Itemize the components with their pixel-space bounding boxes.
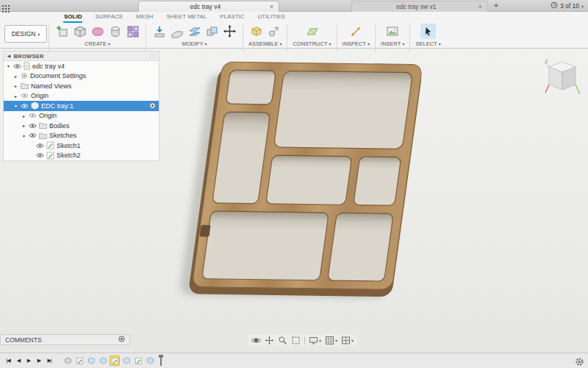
disclosure-open-icon[interactable]: ▾: [21, 133, 26, 138]
browser-header[interactable]: ◀ BROWSER ⋮⋮: [4, 52, 159, 61]
disclosure-closed-icon[interactable]: ▸: [21, 123, 26, 128]
shell-button[interactable]: [187, 24, 202, 39]
timeline-feature-icon[interactable]: [62, 355, 73, 366]
timeline-feature-icon[interactable]: [86, 355, 96, 366]
close-icon[interactable]: ×: [477, 3, 484, 10]
disclosure-open-icon[interactable]: ▾: [6, 63, 11, 68]
edc-tray-model[interactable]: [179, 62, 423, 298]
visibility-eye-icon[interactable]: [29, 132, 37, 138]
insert-dropdown[interactable]: INSERT▾: [381, 40, 404, 47]
construct-dropdown[interactable]: CONSTRUCT▾: [293, 40, 331, 47]
pattern-tool-button[interactable]: [125, 24, 140, 39]
assemble-component-button[interactable]: [248, 24, 264, 39]
document-tab-inactive[interactable]: edc tray sw v1 ×: [351, 1, 488, 12]
pan-icon[interactable]: [265, 336, 274, 345]
measure-button[interactable]: [348, 24, 364, 39]
navigation-bar: ▾ ▾ ▾: [248, 334, 357, 346]
inspect-dropdown[interactable]: INSPECT▾: [343, 40, 370, 47]
visibility-eye-icon[interactable]: [13, 63, 21, 69]
display-settings-dropdown[interactable]: ▾: [309, 336, 321, 345]
disclosure-closed-icon[interactable]: ▸: [13, 74, 18, 79]
fillet-button[interactable]: [169, 24, 184, 39]
close-icon[interactable]: ×: [268, 3, 275, 10]
browser-row-sketch1[interactable]: Sketch1: [4, 141, 159, 151]
new-document-tab-button[interactable]: +: [491, 0, 501, 12]
tray-pockets: [202, 70, 413, 281]
timeline-step-forward-button[interactable]: ▶: [35, 355, 43, 366]
browser-row-document[interactable]: ▾ edc tray v4: [4, 61, 159, 71]
browser-row-component-selected[interactable]: ▾ EDC tray:1: [4, 101, 159, 111]
disclosure-closed-icon[interactable]: ▸: [13, 83, 18, 88]
zoom-icon[interactable]: [278, 336, 287, 345]
tab-solid[interactable]: SOLID: [63, 13, 82, 21]
select-tool-button[interactable]: [420, 24, 436, 39]
insert-canvas-button[interactable]: [385, 24, 401, 39]
collapse-panel-icon[interactable]: ◀: [7, 54, 11, 58]
timeline-step-back-button[interactable]: ◀: [14, 355, 23, 366]
viewports-dropdown[interactable]: ▾: [341, 336, 354, 345]
browser-row-bodies[interactable]: ▸ Bodies: [4, 121, 159, 131]
fit-view-icon[interactable]: [291, 336, 301, 345]
browser-row-sketch2[interactable]: Sketch2: [4, 151, 159, 161]
joint-button[interactable]: [266, 24, 282, 39]
timeline-skip-start-button[interactable]: |◀: [4, 355, 12, 366]
orbit-icon[interactable]: [251, 336, 261, 345]
new-component-button[interactable]: [54, 24, 70, 39]
timeline-feature-icon[interactable]: [98, 355, 108, 366]
visibility-eye-icon[interactable]: [29, 113, 37, 118]
timeline-feature-icon-selected[interactable]: [110, 355, 120, 366]
timeline-feature-icon[interactable]: [145, 355, 155, 366]
timeline-feature-icon[interactable]: [121, 355, 132, 366]
comment-indicator-icon[interactable]: [118, 336, 125, 344]
job-status-button[interactable]: 3 of 10 ▾: [551, 0, 584, 12]
create-dropdown[interactable]: CREATE▾: [85, 40, 110, 47]
tab-surface[interactable]: SURFACE: [94, 13, 123, 21]
browser-row-origin[interactable]: ▸ Origin: [4, 91, 159, 102]
browser-row-document-settings[interactable]: ▸ Document Settings: [4, 71, 159, 82]
view-cube[interactable]: Z: [542, 56, 582, 99]
select-dropdown[interactable]: SELECT▾: [415, 40, 440, 47]
browser-row-origin-child[interactable]: ▸ Origin: [4, 111, 159, 121]
browser-row-named-views[interactable]: ▸ Named Views: [4, 81, 159, 91]
assemble-dropdown[interactable]: ASSEMBLE▾: [248, 40, 282, 47]
construction-plane-button[interactable]: [304, 24, 320, 39]
press-pull-button[interactable]: [151, 24, 167, 39]
browser-row-sketches[interactable]: ▾ Sketches: [4, 131, 159, 141]
activate-component-radio[interactable]: [149, 102, 156, 109]
timeline-skip-end-button[interactable]: ▶|: [45, 355, 54, 366]
browser-item-label: Origin: [31, 92, 49, 99]
visibility-eye-icon[interactable]: [21, 103, 29, 109]
tab-sheet-metal[interactable]: SHEET METAL: [165, 13, 207, 21]
timeline-feature-icon[interactable]: [133, 355, 143, 366]
app-grid-menu-icon[interactable]: [2, 2, 10, 15]
box-tool-button[interactable]: [72, 24, 87, 39]
timeline-feature-icon[interactable]: [74, 355, 85, 366]
form-tool-button[interactable]: [90, 24, 105, 39]
tab-plastic[interactable]: PLASTIC: [219, 13, 245, 21]
timeline-playhead[interactable]: [158, 355, 164, 367]
visibility-eye-icon[interactable]: [21, 93, 29, 99]
disclosure-closed-icon[interactable]: ▸: [13, 93, 18, 99]
timeline-play-button[interactable]: ▶: [24, 355, 33, 366]
cylinder-tool-button[interactable]: [107, 24, 123, 39]
visibility-eye-icon[interactable]: [36, 152, 44, 158]
toolbar-separator: [409, 24, 410, 52]
viewport-3d[interactable]: Z ◀ BROWSER ⋮⋮ ▾ edc tray v4 ▸ Document …: [0, 49, 588, 368]
drag-grip-icon[interactable]: ⋮⋮: [148, 53, 155, 59]
workspace-dropdown[interactable]: DESIGN ▾: [4, 25, 47, 43]
tab-utilities[interactable]: UTILITIES: [257, 13, 286, 21]
group-label: CREATE: [85, 40, 107, 47]
disclosure-closed-icon[interactable]: ▸: [21, 113, 26, 118]
combine-button[interactable]: [204, 24, 220, 39]
modify-dropdown[interactable]: MODIFY▾: [182, 40, 207, 47]
sketch-icon: [46, 152, 54, 160]
tab-mesh[interactable]: MESH: [135, 13, 154, 21]
gear-icon[interactable]: [575, 356, 584, 368]
document-tab-active[interactable]: edc tray v4 ×: [138, 1, 279, 12]
visibility-eye-icon[interactable]: [36, 143, 44, 149]
comments-bar[interactable]: COMMENTS: [0, 334, 130, 345]
move-copy-button[interactable]: [222, 24, 237, 39]
visibility-eye-icon[interactable]: [29, 123, 37, 129]
disclosure-open-icon[interactable]: ▾: [13, 103, 18, 108]
grid-snap-dropdown[interactable]: ▾: [325, 336, 337, 345]
